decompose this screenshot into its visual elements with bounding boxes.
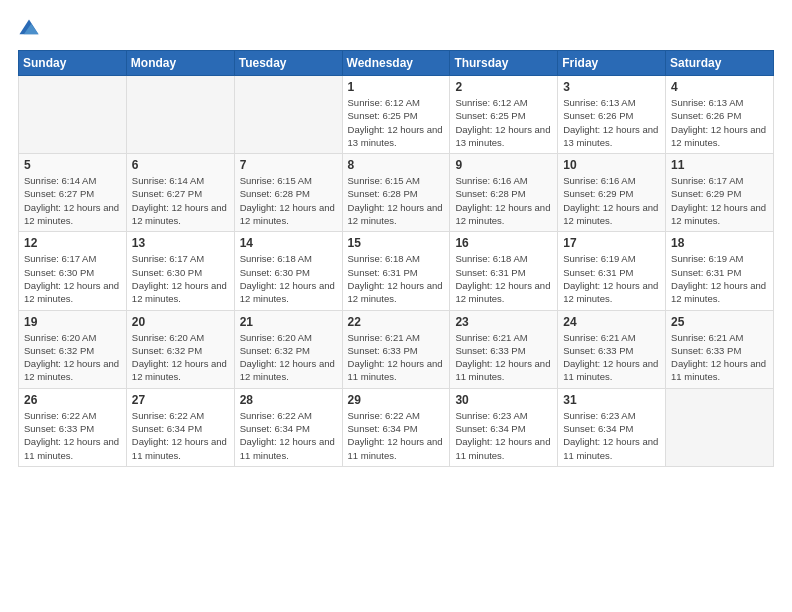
calendar-week-row: 1Sunrise: 6:12 AMSunset: 6:25 PMDaylight… [19,76,774,154]
weekday-header-row: SundayMondayTuesdayWednesdayThursdayFrid… [19,51,774,76]
day-number: 10 [563,158,660,172]
weekday-header-sunday: Sunday [19,51,127,76]
day-info: Sunrise: 6:17 AMSunset: 6:29 PMDaylight:… [671,174,768,227]
header [18,18,774,40]
calendar-cell [19,76,127,154]
day-info: Sunrise: 6:23 AMSunset: 6:34 PMDaylight:… [563,409,660,462]
calendar-cell: 27Sunrise: 6:22 AMSunset: 6:34 PMDayligh… [126,388,234,466]
calendar-cell: 25Sunrise: 6:21 AMSunset: 6:33 PMDayligh… [666,310,774,388]
calendar-cell: 22Sunrise: 6:21 AMSunset: 6:33 PMDayligh… [342,310,450,388]
weekday-header-tuesday: Tuesday [234,51,342,76]
day-number: 1 [348,80,445,94]
day-number: 25 [671,315,768,329]
calendar-cell: 11Sunrise: 6:17 AMSunset: 6:29 PMDayligh… [666,154,774,232]
day-info: Sunrise: 6:22 AMSunset: 6:34 PMDaylight:… [132,409,229,462]
day-number: 17 [563,236,660,250]
day-info: Sunrise: 6:20 AMSunset: 6:32 PMDaylight:… [240,331,337,384]
page: SundayMondayTuesdayWednesdayThursdayFrid… [0,0,792,612]
calendar-cell: 31Sunrise: 6:23 AMSunset: 6:34 PMDayligh… [558,388,666,466]
weekday-header-thursday: Thursday [450,51,558,76]
day-info: Sunrise: 6:19 AMSunset: 6:31 PMDaylight:… [671,252,768,305]
day-info: Sunrise: 6:22 AMSunset: 6:33 PMDaylight:… [24,409,121,462]
calendar-cell: 3Sunrise: 6:13 AMSunset: 6:26 PMDaylight… [558,76,666,154]
calendar-cell: 2Sunrise: 6:12 AMSunset: 6:25 PMDaylight… [450,76,558,154]
calendar-cell: 16Sunrise: 6:18 AMSunset: 6:31 PMDayligh… [450,232,558,310]
day-number: 19 [24,315,121,329]
day-number: 21 [240,315,337,329]
calendar-cell [666,388,774,466]
day-number: 22 [348,315,445,329]
weekday-header-saturday: Saturday [666,51,774,76]
day-number: 23 [455,315,552,329]
day-number: 13 [132,236,229,250]
calendar-cell: 20Sunrise: 6:20 AMSunset: 6:32 PMDayligh… [126,310,234,388]
calendar-cell: 5Sunrise: 6:14 AMSunset: 6:27 PMDaylight… [19,154,127,232]
day-number: 16 [455,236,552,250]
weekday-header-wednesday: Wednesday [342,51,450,76]
day-number: 28 [240,393,337,407]
day-number: 11 [671,158,768,172]
day-info: Sunrise: 6:23 AMSunset: 6:34 PMDaylight:… [455,409,552,462]
day-info: Sunrise: 6:14 AMSunset: 6:27 PMDaylight:… [24,174,121,227]
day-info: Sunrise: 6:18 AMSunset: 6:30 PMDaylight:… [240,252,337,305]
calendar-cell: 26Sunrise: 6:22 AMSunset: 6:33 PMDayligh… [19,388,127,466]
calendar-cell: 19Sunrise: 6:20 AMSunset: 6:32 PMDayligh… [19,310,127,388]
calendar-cell: 15Sunrise: 6:18 AMSunset: 6:31 PMDayligh… [342,232,450,310]
day-number: 15 [348,236,445,250]
logo [18,18,44,40]
day-number: 5 [24,158,121,172]
day-info: Sunrise: 6:12 AMSunset: 6:25 PMDaylight:… [455,96,552,149]
day-info: Sunrise: 6:19 AMSunset: 6:31 PMDaylight:… [563,252,660,305]
day-info: Sunrise: 6:15 AMSunset: 6:28 PMDaylight:… [240,174,337,227]
day-number: 29 [348,393,445,407]
day-number: 3 [563,80,660,94]
day-number: 26 [24,393,121,407]
calendar-week-row: 19Sunrise: 6:20 AMSunset: 6:32 PMDayligh… [19,310,774,388]
calendar-cell: 7Sunrise: 6:15 AMSunset: 6:28 PMDaylight… [234,154,342,232]
day-info: Sunrise: 6:20 AMSunset: 6:32 PMDaylight:… [24,331,121,384]
day-number: 2 [455,80,552,94]
calendar-cell: 28Sunrise: 6:22 AMSunset: 6:34 PMDayligh… [234,388,342,466]
day-number: 6 [132,158,229,172]
calendar-cell: 29Sunrise: 6:22 AMSunset: 6:34 PMDayligh… [342,388,450,466]
calendar-cell [234,76,342,154]
calendar-table: SundayMondayTuesdayWednesdayThursdayFrid… [18,50,774,467]
day-number: 12 [24,236,121,250]
day-info: Sunrise: 6:18 AMSunset: 6:31 PMDaylight:… [455,252,552,305]
day-number: 9 [455,158,552,172]
calendar-week-row: 12Sunrise: 6:17 AMSunset: 6:30 PMDayligh… [19,232,774,310]
day-info: Sunrise: 6:21 AMSunset: 6:33 PMDaylight:… [563,331,660,384]
day-info: Sunrise: 6:21 AMSunset: 6:33 PMDaylight:… [348,331,445,384]
day-number: 7 [240,158,337,172]
weekday-header-friday: Friday [558,51,666,76]
day-info: Sunrise: 6:16 AMSunset: 6:28 PMDaylight:… [455,174,552,227]
calendar-cell: 8Sunrise: 6:15 AMSunset: 6:28 PMDaylight… [342,154,450,232]
calendar-cell: 12Sunrise: 6:17 AMSunset: 6:30 PMDayligh… [19,232,127,310]
day-info: Sunrise: 6:22 AMSunset: 6:34 PMDaylight:… [348,409,445,462]
calendar-cell [126,76,234,154]
day-info: Sunrise: 6:12 AMSunset: 6:25 PMDaylight:… [348,96,445,149]
day-number: 27 [132,393,229,407]
calendar-cell: 4Sunrise: 6:13 AMSunset: 6:26 PMDaylight… [666,76,774,154]
calendar-cell: 17Sunrise: 6:19 AMSunset: 6:31 PMDayligh… [558,232,666,310]
day-number: 31 [563,393,660,407]
calendar-cell: 1Sunrise: 6:12 AMSunset: 6:25 PMDaylight… [342,76,450,154]
day-number: 8 [348,158,445,172]
day-info: Sunrise: 6:16 AMSunset: 6:29 PMDaylight:… [563,174,660,227]
calendar-cell: 14Sunrise: 6:18 AMSunset: 6:30 PMDayligh… [234,232,342,310]
calendar-week-row: 26Sunrise: 6:22 AMSunset: 6:33 PMDayligh… [19,388,774,466]
day-info: Sunrise: 6:13 AMSunset: 6:26 PMDaylight:… [563,96,660,149]
calendar-cell: 23Sunrise: 6:21 AMSunset: 6:33 PMDayligh… [450,310,558,388]
day-info: Sunrise: 6:17 AMSunset: 6:30 PMDaylight:… [132,252,229,305]
day-info: Sunrise: 6:17 AMSunset: 6:30 PMDaylight:… [24,252,121,305]
calendar-cell: 13Sunrise: 6:17 AMSunset: 6:30 PMDayligh… [126,232,234,310]
day-number: 14 [240,236,337,250]
calendar-cell: 24Sunrise: 6:21 AMSunset: 6:33 PMDayligh… [558,310,666,388]
weekday-header-monday: Monday [126,51,234,76]
logo-icon [18,18,40,40]
day-info: Sunrise: 6:21 AMSunset: 6:33 PMDaylight:… [455,331,552,384]
calendar-cell: 30Sunrise: 6:23 AMSunset: 6:34 PMDayligh… [450,388,558,466]
calendar-cell: 10Sunrise: 6:16 AMSunset: 6:29 PMDayligh… [558,154,666,232]
day-number: 20 [132,315,229,329]
day-info: Sunrise: 6:20 AMSunset: 6:32 PMDaylight:… [132,331,229,384]
